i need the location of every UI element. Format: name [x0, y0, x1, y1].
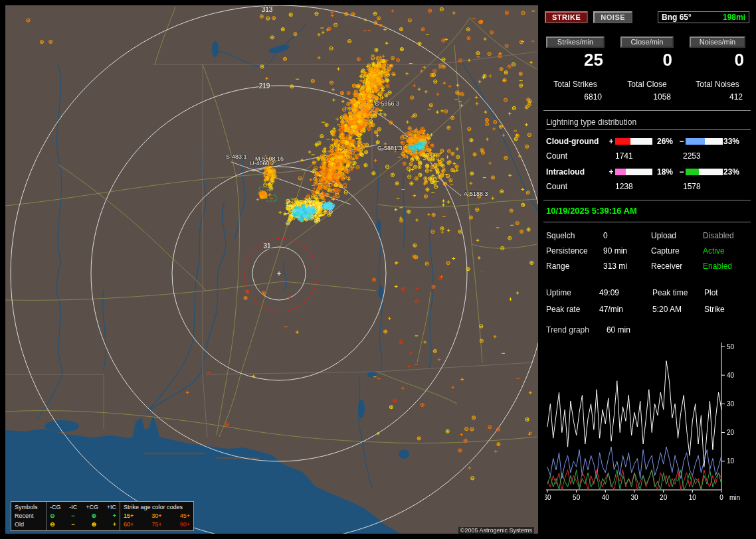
bearing-distance-value: 198mi [723, 13, 745, 22]
age-30: 30+ [151, 512, 161, 520]
strikes-per-min-value: 25 [546, 50, 605, 70]
total-close-label: Total Close [620, 80, 674, 89]
count-label: Count [546, 151, 615, 161]
x-tick-label: 40 [602, 494, 610, 501]
age-90: 90+ [180, 520, 190, 529]
cg-negative-pct: 33% [723, 137, 744, 146]
cg-positive-pct: 26% [652, 137, 678, 146]
x-tick-label: 30 [630, 494, 638, 501]
x-tick-label: 20 [660, 494, 668, 501]
plus-sign: + [607, 137, 615, 146]
minus-sign: − [678, 167, 686, 177]
y-tick-label: 50 [727, 343, 735, 350]
intracloud-count-row: Count 1238 1578 [546, 182, 751, 191]
trend-series-green [547, 470, 721, 490]
plus-sign: + [607, 167, 615, 177]
cg-positive-bar [615, 138, 652, 145]
legend-col-pos-ic: +IC [107, 503, 116, 512]
count-label: Count [546, 182, 615, 191]
y-tick-label: 20 [727, 429, 735, 436]
old-neg-cg-icon: ⊖ [50, 520, 55, 529]
old-pos-cg-icon: ⊕ [91, 520, 96, 529]
ic-negative-bar [686, 169, 723, 175]
noises-per-min-label: Noises/min [690, 37, 745, 48]
upload-label: Upload [651, 231, 703, 240]
age-75: 75+ [151, 520, 161, 529]
capture-value: Active [703, 246, 751, 256]
status-panel: STRIKE NOISE Bng 65° 198mi Strikes/min C… [543, 5, 751, 534]
x-axis-unit: min [729, 494, 740, 501]
total-close-value: 1058 [620, 92, 674, 102]
recent-neg-ic-icon: − [71, 512, 74, 520]
bearing-value: Bng 65° [662, 13, 692, 22]
cloud-ground-label: Cloud-ground [546, 137, 607, 146]
legend-symbol-glyphs-column: -CG -IC +CG +IC ⊖ − ⊕ + ⊖ − ⊕ + [46, 502, 120, 530]
legend-col-neg-cg: -CG [50, 503, 61, 512]
squelch-value: 0 [603, 231, 651, 240]
divider [543, 110, 751, 111]
distribution-title: Lightning type distribution [546, 117, 751, 130]
minus-sign: − [678, 137, 686, 146]
age-15: 15+ [124, 512, 134, 520]
total-strikes-value: 6810 [546, 92, 605, 102]
old-neg-ic-icon: − [71, 520, 74, 529]
lightning-map[interactable]: 31321931S-483.1M-5508.16U-4060.2C-5956.3… [5, 5, 538, 534]
cloud-ground-row: Cloud-ground + 26% − 33% [546, 137, 751, 146]
datetime-display: 10/19/2025 5:39:16 AM [546, 206, 751, 216]
total-noises-value: 412 [690, 92, 745, 102]
plot-label: Plot [704, 288, 751, 297]
status-grid: Uptime 49:09 Peak time Plot Peak rate 47… [546, 288, 751, 314]
range-label: Range [546, 262, 603, 271]
settings-grid: Squelch 0 Upload Disabled Persistence 90… [546, 231, 751, 271]
legend-age-title: Strike age color codes [124, 503, 190, 512]
close-per-min-label: Close/min [620, 37, 674, 48]
noise-indicator-button[interactable]: NOISE [593, 11, 632, 23]
legend-col-neg-ic: -IC [69, 503, 77, 512]
divider [543, 200, 751, 200]
legend-recent-label: Recent [15, 512, 43, 520]
cg-negative-bar [686, 138, 723, 145]
total-strikes-label: Total Strikes [546, 80, 605, 89]
cloud-ground-count-row: Count 1741 2253 [546, 151, 751, 161]
intracloud-row: Intracloud + 18% − 23% [546, 167, 751, 177]
trend-graph: 10203040506050403020100min [545, 340, 748, 503]
x-tick-label: 10 [689, 494, 697, 501]
capture-label: Capture [651, 246, 703, 256]
ic-positive-count: 1238 [615, 182, 683, 191]
legend-old-label: Old [15, 520, 43, 529]
old-pos-ic-icon: + [113, 520, 116, 529]
cg-positive-count: 1741 [615, 151, 683, 161]
x-tick-label: 50 [573, 494, 581, 501]
strikes-per-min-label: Strikes/min [546, 37, 605, 48]
ic-positive-bar [615, 169, 652, 175]
rate-boxes: Strikes/min Close/min Noises/min 25 0 0 [546, 37, 749, 70]
strike-indicator-button[interactable]: STRIKE [545, 11, 588, 23]
trend-graph-label: Trend graph [546, 325, 589, 335]
x-tick-label: 0 [719, 494, 723, 501]
legend-symbols-column: Symbols Recent Old [11, 502, 46, 530]
trend-window-value: 60 min [607, 325, 630, 335]
upload-value: Disabled [703, 231, 751, 240]
indicator-row: STRIKE NOISE Bng 65° 198mi [545, 11, 749, 23]
recent-neg-cg-icon: ⊖ [50, 512, 55, 520]
ic-positive-pct: 18% [652, 167, 678, 177]
copyright-text: ©2005 Astrogenic Systems [458, 527, 534, 534]
range-value: 313 mi [603, 262, 651, 271]
persistence-value: 90 min [603, 246, 651, 256]
peak-time-value: 5:20 AM [652, 305, 704, 314]
recent-pos-cg-icon: ⊕ [91, 512, 96, 520]
ic-negative-pct: 23% [723, 167, 744, 177]
y-tick-label: 30 [727, 400, 735, 408]
plot-value: Strike [704, 305, 751, 314]
totals: Total Strikes Total Close Total Noises 6… [546, 80, 749, 102]
map-legend: Symbols Recent Old -CG -IC +CG +IC ⊖ − ⊕… [11, 501, 194, 531]
squelch-label: Squelch [546, 231, 603, 240]
recent-pos-ic-icon: + [113, 512, 116, 520]
noises-per-min-value: 0 [690, 50, 745, 70]
uptime-value: 49:09 [599, 288, 652, 297]
x-tick-label: 60 [545, 494, 551, 501]
y-tick-label: 40 [727, 372, 735, 379]
ic-negative-count: 1578 [683, 182, 751, 191]
trend-header: Trend graph 60 min [546, 325, 751, 335]
age-45: 45+ [180, 512, 190, 520]
